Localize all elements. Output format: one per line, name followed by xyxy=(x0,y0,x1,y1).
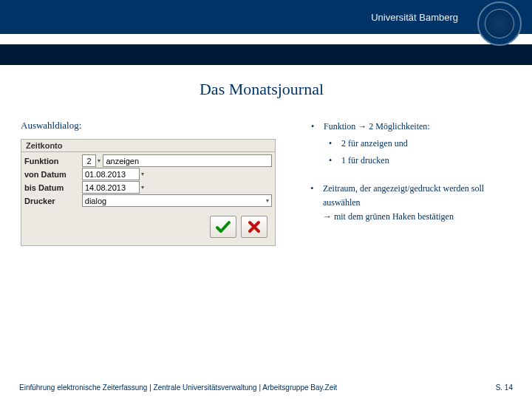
sub-bullet-anzeigen: 2 für anzeigen und xyxy=(341,137,408,151)
arrow-icon: → xyxy=(358,121,366,132)
funktion-text-field[interactable]: anzeigen xyxy=(103,154,272,167)
page-title: Das Monatsjournal xyxy=(21,80,502,99)
university-name: Universität Bamberg xyxy=(371,12,458,23)
description-text: • Funktion → 2 Möglichkeiten: •2 für anz… xyxy=(309,120,502,246)
cancel-button[interactable] xyxy=(241,216,267,238)
funktion-label: Funktion xyxy=(24,157,82,166)
funktion-field[interactable]: 2 xyxy=(82,154,97,167)
zeitkonto-dialog: Zeitkonto Funktion 2 ▾ anzeigen von Datu… xyxy=(21,139,276,246)
von-datum-label: von Datum xyxy=(24,170,82,179)
drucker-value: dialog xyxy=(85,197,106,205)
sub-bullet-drucken: 1 für drucken xyxy=(341,154,389,168)
bullet-zeitraum: Zeitraum, der angezeigt/gedruckt werden … xyxy=(323,183,484,208)
dialog-title: Zeitkonto xyxy=(21,140,275,152)
bullet-zeitraum-tail: mit dem grünen Haken bestätigen xyxy=(334,211,454,222)
header-band xyxy=(0,44,532,65)
bullet-funktion: Funktion xyxy=(324,121,355,132)
dropdown-icon[interactable]: ▾ xyxy=(141,171,144,177)
dropdown-icon[interactable]: ▾ xyxy=(98,157,100,164)
slide-footer: Einführung elektronische Zeiterfassung |… xyxy=(0,383,532,392)
university-seal xyxy=(477,1,522,46)
bullet-funktion-tail: 2 Möglichkeiten: xyxy=(369,121,429,132)
close-icon xyxy=(247,219,262,234)
footer-text: Einführung elektronische Zeiterfassung |… xyxy=(19,383,337,392)
von-datum-value: 01.08.2013 xyxy=(85,170,126,179)
drucker-field[interactable]: dialog ▾ xyxy=(82,194,272,207)
arrow-icon: → xyxy=(323,211,332,222)
bis-datum-value: 14.08.2013 xyxy=(85,183,126,192)
dropdown-icon[interactable]: ▾ xyxy=(141,184,144,191)
bis-datum-label: bis Datum xyxy=(24,183,82,192)
slide-header: Universität Bamberg xyxy=(0,0,532,44)
dialog-caption: Auswahldialog: xyxy=(21,120,294,132)
confirm-button[interactable] xyxy=(210,216,236,238)
drucker-label: Drucker xyxy=(24,197,82,205)
funktion-text: anzeigen xyxy=(106,157,139,166)
dropdown-icon: ▾ xyxy=(266,197,269,204)
funktion-value: 2 xyxy=(86,157,91,166)
page-number: S. 14 xyxy=(496,383,513,392)
bis-datum-field[interactable]: 14.08.2013 xyxy=(82,181,140,194)
check-icon xyxy=(215,219,231,234)
von-datum-field[interactable]: 01.08.2013 xyxy=(82,168,140,180)
